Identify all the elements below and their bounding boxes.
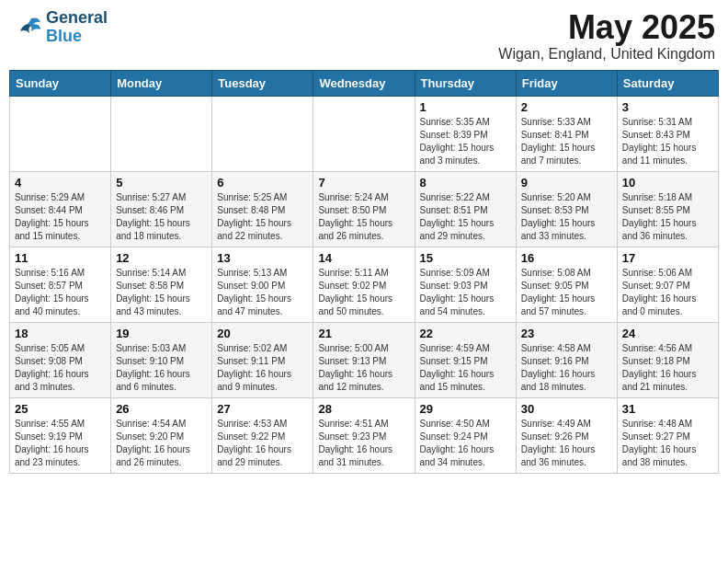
calendar-week-row: 4Sunrise: 5:29 AM Sunset: 8:44 PM Daylig… (10, 171, 719, 247)
calendar-cell: 18Sunrise: 5:05 AM Sunset: 9:08 PM Dayli… (10, 322, 111, 397)
logo: General Blue (13, 9, 108, 46)
day-info: Sunrise: 5:25 AM Sunset: 8:48 PM Dayligh… (217, 191, 308, 243)
day-number: 22 (420, 327, 511, 340)
calendar-cell: 27Sunrise: 4:53 AM Sunset: 9:22 PM Dayli… (212, 397, 313, 473)
calendar-cell (313, 96, 415, 171)
calendar-header-row: SundayMondayTuesdayWednesdayThursdayFrid… (10, 70, 719, 96)
day-number: 13 (217, 251, 308, 265)
calendar-week-row: 18Sunrise: 5:05 AM Sunset: 9:08 PM Dayli… (10, 322, 719, 397)
column-header-friday: Friday (516, 70, 617, 96)
day-info: Sunrise: 4:56 AM Sunset: 9:18 PM Dayligh… (622, 342, 713, 394)
day-info: Sunrise: 5:02 AM Sunset: 9:11 PM Dayligh… (217, 342, 308, 394)
day-info: Sunrise: 5:03 AM Sunset: 9:10 PM Dayligh… (116, 342, 207, 394)
calendar-cell: 1Sunrise: 5:35 AM Sunset: 8:39 PM Daylig… (415, 96, 516, 171)
calendar-cell: 22Sunrise: 4:59 AM Sunset: 9:15 PM Dayli… (415, 322, 516, 397)
day-info: Sunrise: 5:13 AM Sunset: 9:00 PM Dayligh… (217, 267, 308, 318)
day-number: 31 (622, 402, 713, 416)
calendar-cell: 26Sunrise: 4:54 AM Sunset: 9:20 PM Dayli… (111, 397, 212, 473)
title-block: May 2025 Wigan, England, United Kingdom (498, 9, 715, 63)
day-number: 4 (15, 176, 106, 190)
page-header: General Blue May 2025 Wigan, England, Un… (9, 9, 719, 63)
day-number: 11 (15, 251, 106, 265)
day-number: 8 (420, 176, 511, 190)
day-info: Sunrise: 4:53 AM Sunset: 9:22 PM Dayligh… (217, 418, 308, 469)
calendar-week-row: 25Sunrise: 4:55 AM Sunset: 9:19 PM Dayli… (10, 397, 719, 473)
calendar-cell: 25Sunrise: 4:55 AM Sunset: 9:19 PM Dayli… (10, 397, 111, 473)
day-info: Sunrise: 4:58 AM Sunset: 9:16 PM Dayligh… (521, 342, 612, 394)
column-header-saturday: Saturday (617, 70, 718, 96)
day-number: 29 (420, 402, 511, 416)
day-number: 14 (318, 251, 409, 265)
column-header-tuesday: Tuesday (212, 70, 313, 96)
day-info: Sunrise: 5:35 AM Sunset: 8:39 PM Dayligh… (420, 116, 511, 167)
day-info: Sunrise: 4:50 AM Sunset: 9:24 PM Dayligh… (420, 418, 511, 469)
day-number: 17 (622, 251, 713, 265)
calendar-cell: 19Sunrise: 5:03 AM Sunset: 9:10 PM Dayli… (111, 322, 212, 397)
calendar-week-row: 1Sunrise: 5:35 AM Sunset: 8:39 PM Daylig… (10, 96, 719, 171)
day-info: Sunrise: 5:31 AM Sunset: 8:43 PM Dayligh… (622, 116, 713, 167)
day-info: Sunrise: 5:20 AM Sunset: 8:53 PM Dayligh… (521, 191, 612, 243)
calendar-cell: 29Sunrise: 4:50 AM Sunset: 9:24 PM Dayli… (415, 397, 516, 473)
day-number: 28 (318, 402, 409, 416)
day-info: Sunrise: 5:22 AM Sunset: 8:51 PM Dayligh… (420, 191, 511, 243)
day-number: 2 (521, 100, 612, 114)
calendar-cell: 24Sunrise: 4:56 AM Sunset: 9:18 PM Dayli… (617, 322, 718, 397)
calendar-cell: 5Sunrise: 5:27 AM Sunset: 8:46 PM Daylig… (111, 171, 212, 247)
calendar-cell: 30Sunrise: 4:49 AM Sunset: 9:26 PM Dayli… (516, 397, 617, 473)
day-number: 20 (217, 327, 308, 340)
calendar-cell (212, 96, 313, 171)
calendar-cell: 17Sunrise: 5:06 AM Sunset: 9:07 PM Dayli… (617, 247, 718, 322)
calendar-cell: 28Sunrise: 4:51 AM Sunset: 9:23 PM Dayli… (313, 397, 415, 473)
day-number: 18 (15, 327, 106, 340)
column-header-wednesday: Wednesday (313, 70, 415, 96)
day-number: 9 (521, 176, 612, 190)
day-info: Sunrise: 4:55 AM Sunset: 9:19 PM Dayligh… (15, 418, 106, 469)
day-info: Sunrise: 5:27 AM Sunset: 8:46 PM Dayligh… (116, 191, 207, 243)
day-info: Sunrise: 4:49 AM Sunset: 9:26 PM Dayligh… (521, 418, 612, 469)
column-header-thursday: Thursday (415, 70, 516, 96)
column-header-monday: Monday (111, 70, 212, 96)
day-number: 30 (521, 402, 612, 416)
column-header-sunday: Sunday (10, 70, 111, 96)
day-number: 15 (420, 251, 511, 265)
calendar-cell: 4Sunrise: 5:29 AM Sunset: 8:44 PM Daylig… (10, 171, 111, 247)
calendar-cell (111, 96, 212, 171)
day-info: Sunrise: 5:06 AM Sunset: 9:07 PM Dayligh… (622, 267, 713, 318)
calendar-cell: 3Sunrise: 5:31 AM Sunset: 8:43 PM Daylig… (617, 96, 718, 171)
day-number: 27 (217, 402, 308, 416)
calendar-cell: 7Sunrise: 5:24 AM Sunset: 8:50 PM Daylig… (313, 171, 415, 247)
day-info: Sunrise: 5:14 AM Sunset: 8:58 PM Dayligh… (116, 267, 207, 318)
day-info: Sunrise: 5:18 AM Sunset: 8:55 PM Dayligh… (622, 191, 713, 243)
day-info: Sunrise: 5:16 AM Sunset: 8:57 PM Dayligh… (15, 267, 106, 318)
day-info: Sunrise: 4:48 AM Sunset: 9:27 PM Dayligh… (622, 418, 713, 469)
day-number: 1 (420, 100, 511, 114)
calendar-table: SundayMondayTuesdayWednesdayThursdayFrid… (9, 70, 719, 474)
calendar-cell: 8Sunrise: 5:22 AM Sunset: 8:51 PM Daylig… (415, 171, 516, 247)
day-info: Sunrise: 5:29 AM Sunset: 8:44 PM Dayligh… (15, 191, 106, 243)
calendar-cell: 12Sunrise: 5:14 AM Sunset: 8:58 PM Dayli… (111, 247, 212, 322)
calendar-cell: 20Sunrise: 5:02 AM Sunset: 9:11 PM Dayli… (212, 322, 313, 397)
day-number: 6 (217, 176, 308, 190)
day-number: 7 (318, 176, 409, 190)
calendar-cell: 10Sunrise: 5:18 AM Sunset: 8:55 PM Dayli… (617, 171, 718, 247)
day-number: 16 (521, 251, 612, 265)
day-info: Sunrise: 5:33 AM Sunset: 8:41 PM Dayligh… (521, 116, 612, 167)
calendar-cell: 31Sunrise: 4:48 AM Sunset: 9:27 PM Dayli… (617, 397, 718, 473)
calendar-cell: 9Sunrise: 5:20 AM Sunset: 8:53 PM Daylig… (516, 171, 617, 247)
day-number: 25 (15, 402, 106, 416)
day-number: 12 (116, 251, 207, 265)
day-info: Sunrise: 5:09 AM Sunset: 9:03 PM Dayligh… (420, 267, 511, 318)
day-info: Sunrise: 4:59 AM Sunset: 9:15 PM Dayligh… (420, 342, 511, 394)
day-number: 5 (116, 176, 207, 190)
day-info: Sunrise: 5:00 AM Sunset: 9:13 PM Dayligh… (318, 342, 409, 394)
day-info: Sunrise: 4:54 AM Sunset: 9:20 PM Dayligh… (116, 418, 207, 469)
day-number: 19 (116, 327, 207, 340)
calendar-cell: 6Sunrise: 5:25 AM Sunset: 8:48 PM Daylig… (212, 171, 313, 247)
day-info: Sunrise: 5:24 AM Sunset: 8:50 PM Dayligh… (318, 191, 409, 243)
day-number: 10 (622, 176, 713, 190)
calendar-cell: 2Sunrise: 5:33 AM Sunset: 8:41 PM Daylig… (516, 96, 617, 171)
day-number: 3 (622, 100, 713, 114)
calendar-week-row: 11Sunrise: 5:16 AM Sunset: 8:57 PM Dayli… (10, 247, 719, 322)
day-number: 21 (318, 327, 409, 340)
calendar-cell: 15Sunrise: 5:09 AM Sunset: 9:03 PM Dayli… (415, 247, 516, 322)
